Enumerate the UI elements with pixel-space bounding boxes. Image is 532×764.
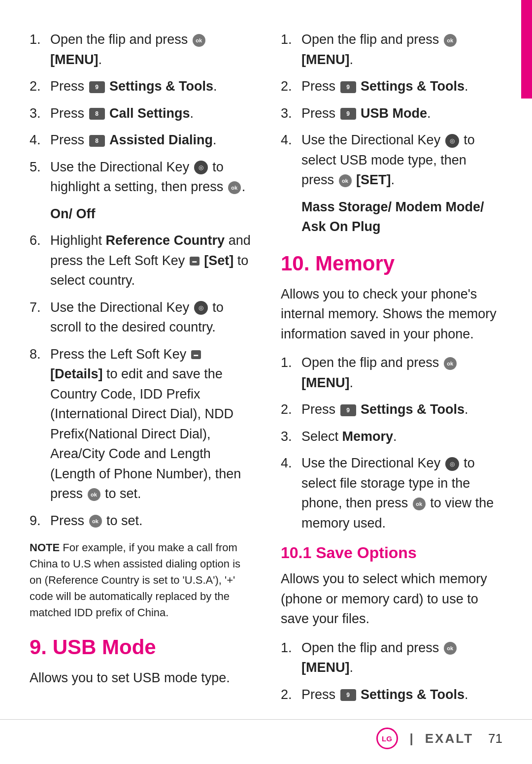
memory-title: 10. Memory	[281, 252, 502, 275]
step-number: 3.	[30, 103, 50, 124]
usb-mode-title: 9. USB Mode	[30, 635, 251, 659]
separator: |	[410, 731, 413, 746]
step-number: 2.	[281, 399, 301, 420]
list-item: 9. Press ok to set.	[30, 511, 251, 531]
list-item: 1. Open the flip and press ok [MENU].	[281, 30, 502, 69]
right-column: 1. Open the flip and press ok [MENU]. 2.…	[281, 30, 502, 711]
set-label: [SET]	[356, 172, 391, 187]
step-content: Press 9 Settings & Tools.	[301, 399, 502, 420]
save-options-description: Allows you to select which memory (phone…	[281, 569, 502, 629]
memory-list: 1. Open the flip and press ok [MENU]. 2.…	[281, 353, 502, 533]
step-content: Open the flip and press ok [MENU].	[301, 353, 502, 393]
memory-description: Allows you to check your phone's interna…	[281, 284, 502, 344]
dir-icon: ◎	[445, 457, 459, 471]
dir-icon: ◎	[194, 301, 208, 315]
page-number: 71	[488, 731, 502, 746]
dir-icon: ◎	[445, 134, 459, 148]
assisted-dialing-label: Assisted Dialing	[109, 133, 213, 147]
usb-mode-section: 9. USB Mode Allows you to set USB mode t…	[30, 635, 251, 688]
accent-bar	[521, 0, 532, 99]
note-label: NOTE	[30, 541, 60, 554]
step-number: 8.	[30, 344, 50, 365]
list-item: 8. Press the Left Soft Key ▬ [Details] t…	[30, 344, 251, 504]
two-column-layout: 1. Open the flip and press ok [MENU]. 2.…	[30, 30, 502, 711]
ok-icon: ok	[444, 642, 457, 655]
brand-area: LG | EXALT	[376, 728, 474, 749]
step-number: 1.	[281, 30, 301, 50]
list-item-subtext: Mass Storage/ Modem Mode/ Ask On Plug	[281, 197, 502, 237]
call-settings-label: Call Settings	[109, 106, 190, 121]
list-item: 2. Press 9 Settings & Tools.	[281, 76, 502, 97]
memory-section: 10. Memory Allows you to check your phon…	[281, 252, 502, 533]
step-content: Press 9 Settings & Tools.	[301, 76, 502, 97]
ok-icon: ok	[89, 515, 102, 528]
soft-key-icon: ▬	[190, 257, 200, 266]
list-item: 2. Press 9 Settings & Tools.	[281, 685, 502, 705]
page-container: 1. Open the flip and press ok [MENU]. 2.…	[0, 0, 532, 764]
list-item: 7. Use the Directional Key ◎ to scroll t…	[30, 298, 251, 337]
menu-label: [MENU]	[301, 660, 349, 675]
step-content: Use the Directional Key ◎ to select USB …	[301, 130, 502, 190]
footer: LG | EXALT 71	[0, 719, 532, 749]
usb-mode-description: Allows you to set USB mode type.	[30, 668, 251, 688]
ok-icon: ok	[193, 34, 205, 47]
settings-icon: 9	[340, 689, 356, 701]
step-content: Open the flip and press ok [MENU].	[50, 30, 251, 69]
step-number: 2.	[281, 685, 301, 705]
settings-icon: 9	[89, 81, 105, 93]
note-block: NOTE For example, if you make a call fro…	[30, 539, 251, 621]
usb-mode-list: 1. Open the flip and press ok [MENU]. 2.…	[281, 30, 502, 237]
menu-label: [MENU]	[301, 375, 349, 390]
step-content: Use the Directional Key ◎ to highlight a…	[50, 157, 251, 197]
memory-label: Memory	[342, 429, 394, 444]
step-number: 3.	[281, 103, 301, 124]
settings-tools-label: Settings & Tools	[361, 687, 465, 702]
list-item: 1. Open the flip and press ok [MENU].	[281, 638, 502, 678]
step-content: Open the flip and press ok [MENU].	[301, 638, 502, 678]
ref-country-label: Reference Country	[106, 233, 225, 248]
settings-tools-label: Settings & Tools	[361, 402, 465, 417]
list-item: 1. Open the flip and press ok [MENU].	[30, 30, 251, 69]
ok-icon: ok	[444, 34, 457, 47]
settings-icon: 8	[89, 108, 105, 120]
step-number: 2.	[30, 76, 50, 97]
list-item: 6. Highlight Reference Country and press…	[30, 231, 251, 291]
menu-label: [MENU]	[50, 52, 98, 67]
usb-options-label: Mass Storage/ Modem Mode/ Ask On Plug	[301, 199, 484, 234]
step-number: 4.	[281, 453, 301, 473]
list-item: 4. Use the Directional Key ◎ to select f…	[281, 453, 502, 533]
details-label: [Details]	[50, 366, 103, 381]
step-content: Press 9 Settings & Tools.	[301, 685, 502, 705]
step-number: 6.	[30, 231, 50, 251]
step-number: 9.	[30, 511, 50, 531]
step-number: 7.	[30, 298, 50, 318]
ok-icon: ok	[444, 357, 457, 370]
step-number: 1.	[30, 30, 50, 50]
step-number: 4.	[30, 130, 50, 150]
lg-text: LG	[382, 734, 392, 743]
onoff-label: On/ Off	[50, 206, 95, 221]
save-options-title: 10.1 Save Options	[281, 544, 502, 562]
list-item: 2. Press 9 Settings & Tools.	[30, 76, 251, 97]
step-number: 5.	[30, 157, 50, 177]
menu-label: [MENU]	[301, 52, 349, 67]
soft-key-icon: ▬	[191, 350, 201, 359]
step-content: Highlight Reference Country and press th…	[50, 231, 251, 291]
step-number: 1.	[281, 638, 301, 658]
usb-mode-label: USB Mode	[361, 106, 427, 121]
list-item: 2. Press 9 Settings & Tools.	[281, 399, 502, 420]
set-label: [Set]	[204, 253, 233, 268]
settings-tools-label: Settings & Tools	[109, 79, 213, 94]
list-item-subtext: On/ Off	[30, 204, 251, 224]
step-number: 3.	[281, 427, 301, 447]
settings-tools-label: Settings & Tools	[361, 79, 465, 94]
step-number: 2.	[281, 76, 301, 97]
ok-icon: ok	[339, 174, 352, 187]
step-number: 1.	[281, 353, 301, 373]
step-content: Press ok to set.	[50, 511, 251, 531]
save-options-section: 10.1 Save Options Allows you to select w…	[281, 544, 502, 704]
step-content: Press 8 Assisted Dialing.	[50, 130, 251, 150]
step-content: On/ Off	[50, 204, 251, 224]
note-text: For example, if you make a call from Chi…	[30, 541, 240, 619]
step-content: Press 9 Settings & Tools.	[50, 76, 251, 97]
